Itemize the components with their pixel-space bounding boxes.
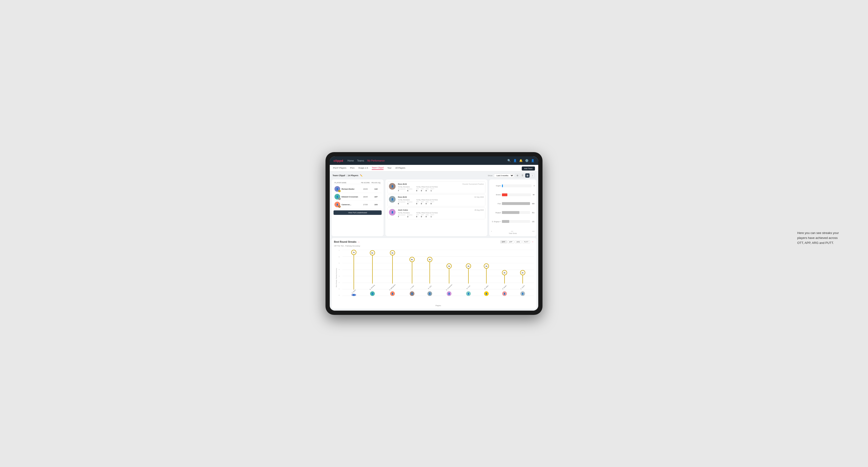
card-round-types: Rounds Tournament Practice [463,183,484,185]
player-col: 4xM. Miller👤 [484,250,489,296]
y-label-3: 3 [339,276,342,277]
stat-practice-label: Total Practice Activities [416,199,438,201]
subtitle-prefix: Off The Tee [334,245,344,247]
search-icon[interactable]: 🔍 [507,159,511,162]
player-avatar-small: 👤 [351,294,356,296]
x-axis-label: Players [342,305,534,306]
user-icon[interactable]: 👤 [513,159,517,162]
list-view-icon[interactable]: ☰ [520,173,525,178]
bar-value: 311 [532,212,534,214]
nav-links: Home Teams My Performance [347,159,503,162]
y-label-4: 4 [339,269,342,270]
bar-value: 131 [532,221,534,222]
bar-value: 3 [533,185,534,187]
chart-view-icon[interactable]: ↕ [530,173,534,178]
y-label-0: 0 [339,294,342,296]
sub-nav: PGAT Players PGA Hcaps 1-5 Team Clippd T… [330,165,538,172]
player-name-label: R. Butler [502,285,507,290]
chart-body: 7xE. Ebert👤6xB. McHerg👤6xD. Billingham👤5… [342,249,534,306]
card-avatar: 👤 [389,183,396,190]
sub-nav-team-clippd[interactable]: Team Clippd [372,166,383,170]
streaks-subtitle: Off The Tee , Fairway Accuracy [334,245,534,247]
player-name: Richard Butler [342,188,360,190]
table-row[interactable]: 👤 3 Cameron... 17/20 103 [334,201,382,209]
streak-bubble: 7x [351,250,356,255]
bar-container [502,202,530,205]
avatar-icon[interactable]: 👤 [531,159,534,162]
y-axis-title: Best Streak, Fairway Accuracy [336,268,337,287]
y-label-6: 6 [339,256,342,257]
bar-container [502,193,531,196]
bar-fill [502,184,503,187]
view-full-leaderboard-button[interactable]: View Full Leaderboard [334,210,382,215]
streak-bubble: 6x [370,250,375,255]
filter-arg[interactable]: ARG [515,240,522,243]
logo: clippd [334,159,343,162]
period-select[interactable]: Last 3 months Last 6 months Last year [494,174,514,178]
detail-view-icon[interactable]: ▦ [525,173,530,178]
streak-line [522,275,523,283]
player-card[interactable]: 👤 Josh Coles 26 Aug 2023 Total Rounds [387,207,486,219]
bar-label: Bogeys [491,212,501,214]
sub-nav-hcaps[interactable]: Hcaps 1-5 [358,167,368,169]
player-avatar-small: 👤 [410,291,414,296]
bar-row-eagles: Eagles 3 [491,184,534,187]
sub-nav-tour[interactable]: Tour [387,167,392,169]
filter-putt[interactable]: PUTT [522,240,530,243]
add-team-button[interactable]: Add Team [522,166,535,170]
avatar: 👤 1 [335,186,340,192]
player-name-label: B. McHerg [370,284,375,290]
x-label-400: 400 [532,231,534,232]
bar-value: 96 [533,194,534,195]
avatar: 👤 3 [335,201,340,207]
nav-link-teams[interactable]: Teams [357,159,364,162]
player-name-label: D. Billingham [389,284,396,290]
streak-bubble: 5x [427,257,432,262]
bar-label: Pars [491,203,501,205]
subtitle-suffix: Fairway Accuracy [345,245,360,247]
filter-ott[interactable]: OTT [500,240,507,243]
card-avatar: 👤 [389,209,396,216]
streaks-header: Best Round Streaks ← OTT APP ARG PUTT ← [334,240,534,243]
player-col: 3xC. Quick👤 [520,250,525,296]
nav-link-home[interactable]: Home [347,159,354,162]
player-score: 18/20 [360,196,371,198]
streak-line [468,269,469,283]
player-name: Cameron... [342,204,360,206]
nav-bar: clippd Home Teams My Performance 🔍 👤 🔔 ⚙… [330,156,538,165]
table-row[interactable]: 👤 2 Edward Crossman 18/20 107 [334,193,382,201]
chart-x-axis: 0 200 400 [491,231,534,232]
bar-fill [502,220,509,223]
settings-icon[interactable]: ⚙️ [525,159,529,162]
annotation-text: Here you can see streaks your players ha… [797,231,839,245]
nav-link-my-performance[interactable]: My Performance [367,159,384,162]
player-avg: 107 [371,196,381,198]
best-streaks-section: Best Round Streaks ← OTT APP ARG PUTT ← … [332,238,536,309]
filter-buttons: OTT APP ARG PUTT ← [500,240,534,243]
player-col: 6xD. Billingham👤 [388,250,397,296]
bar-fill [502,193,507,196]
grid-view-icon[interactable]: ⊞ [516,173,520,178]
bar-container [502,220,530,223]
y-label-2: 2 [339,282,342,283]
filter-app[interactable]: APP [507,240,514,243]
player-info: Cameron... [342,204,360,206]
card-stats: Total Rounds Tournament8 Practice4 Total… [398,199,484,205]
sub-nav-pga[interactable]: PGA [350,167,354,169]
card-date: 26 Aug 2023 [474,209,484,211]
player-card[interactable]: 👤 Rees Britt Rounds Tournament Practice … [387,181,486,193]
player-name: Edward Crossman [342,196,360,198]
streak-line [372,255,373,283]
sub-nav-all-players[interactable]: All Players [395,167,405,169]
player-name-label: J. Coles [410,285,414,290]
sub-nav-pgat[interactable]: PGAT Players [333,167,346,169]
bell-icon[interactable]: 🔔 [519,159,523,162]
col-player-name: PLAYER NAME [335,182,360,184]
player-card[interactable]: 👤 Rees Britt 02 Sep 2023 Total Rounds [387,194,486,206]
table-row[interactable]: 👤 1 Richard Butler 19/20 110 [334,185,382,193]
card-header: Rees Britt 02 Sep 2023 [398,196,484,198]
stat-label: Total Rounds [398,186,412,188]
tablet-screen: clippd Home Teams My Performance 🔍 👤 🔔 ⚙… [330,156,538,311]
y-label-7: 7 [339,250,342,251]
bar-label: Birdies [491,194,501,195]
